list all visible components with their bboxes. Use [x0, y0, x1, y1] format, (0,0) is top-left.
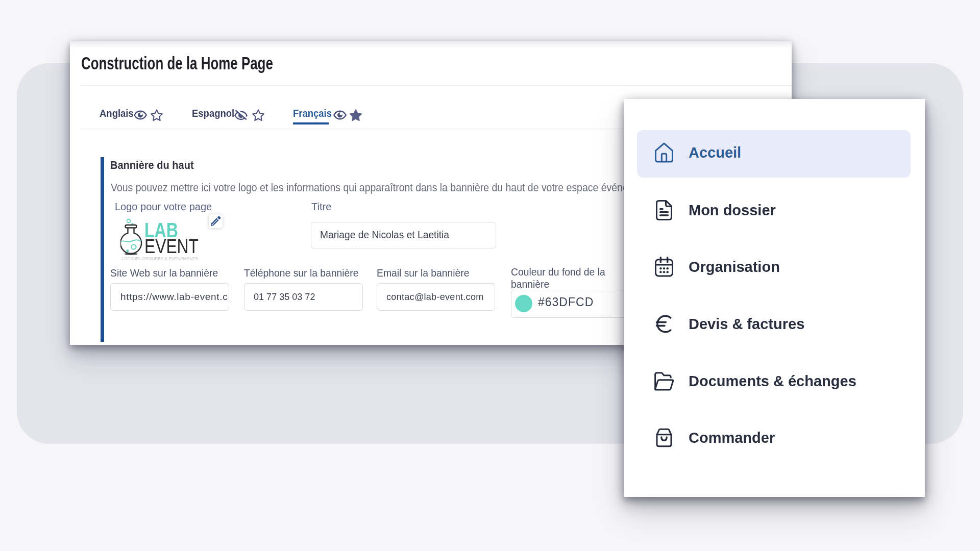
svg-text:EVENT: EVENT: [144, 236, 199, 257]
svg-text:LOGICIEL GROUPES & ÉVÉNEMENTS: LOGICIEL GROUPES & ÉVÉNEMENTS: [121, 256, 198, 261]
